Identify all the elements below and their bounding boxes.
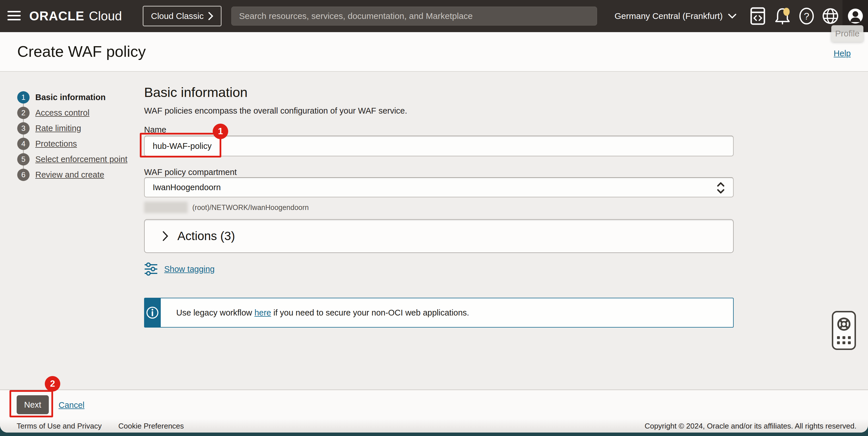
info-banner: Use legacy workflow here if you need to …	[144, 298, 734, 328]
notification-dot	[783, 8, 789, 16]
compartment-select[interactable]: IwanHoogendoorn	[144, 177, 734, 197]
developer-console-icon[interactable]	[749, 0, 766, 32]
copyright-text: Copyright © 2024, Oracle and/or its affi…	[645, 422, 857, 431]
terms-link[interactable]: Terms of Use and Privacy	[17, 422, 102, 431]
stepper-item-select-enforcement-point[interactable]: 5 Select enforcement point	[17, 152, 127, 167]
wizard-action-bar: Next Cancel	[0, 390, 868, 420]
info-icon	[146, 306, 159, 319]
compartment-path: (root)/NETWORK/IwanHoogendoorn	[192, 203, 309, 212]
name-field-label: Name	[144, 125, 166, 135]
logo-cloud-text: Cloud	[89, 9, 122, 23]
notifications-bell-icon[interactable]	[774, 0, 791, 32]
page-title: Create WAF policy	[17, 42, 146, 60]
step-label: Select enforcement point	[35, 155, 127, 164]
stepper-item-basic-information[interactable]: 1 Basic information	[17, 90, 127, 105]
banner-text-after: if you need to secure your non-OCI web a…	[274, 308, 469, 317]
step-label: Protections	[35, 139, 77, 148]
step-label: Rate limiting	[35, 124, 81, 133]
name-input[interactable]	[144, 136, 734, 156]
stepper-item-protections[interactable]: 4 Protections	[17, 136, 127, 152]
section-title: Basic information	[144, 84, 248, 100]
lifebuoy-icon	[836, 317, 851, 332]
tagging-sliders-icon	[144, 262, 158, 276]
compartment-field-label: WAF policy compartment	[144, 168, 237, 177]
cloud-classic-label: Cloud Classic	[151, 11, 204, 21]
cloud-classic-button[interactable]: Cloud Classic	[143, 6, 222, 26]
content-area: 1 Basic information 2 Access control 3 R…	[0, 72, 868, 390]
step-circle: 5	[17, 153, 30, 166]
step-label: Access control	[35, 108, 90, 118]
section-description: WAF policies encompass the overall confi…	[144, 106, 407, 115]
hamburger-menu-icon[interactable]	[7, 11, 21, 21]
actions-accordion-label: Actions (3)	[177, 229, 235, 243]
support-widget-button[interactable]	[832, 311, 856, 350]
avatar-icon	[848, 8, 863, 24]
actions-accordion[interactable]: Actions (3)	[144, 219, 734, 253]
page-footer: Terms of Use and Privacy Cookie Preferen…	[0, 420, 868, 433]
redacted-blur	[144, 202, 188, 213]
page-header: Create WAF policy Help	[0, 32, 868, 72]
region-label: Germany Central (Frankfurt)	[615, 11, 723, 21]
stepper-item-rate-limiting[interactable]: 3 Rate limiting	[17, 121, 127, 136]
topbar: ORACLE Cloud Cloud Classic Germany Centr…	[0, 0, 868, 32]
step-circle: 3	[17, 122, 30, 135]
step-label: Basic information	[35, 93, 105, 102]
step-circle: 6	[17, 169, 30, 181]
profile-tooltip: Profile	[831, 25, 863, 42]
search-input[interactable]	[231, 7, 597, 26]
profile-tooltip-label: Profile	[835, 29, 859, 38]
oracle-cloud-logo[interactable]: ORACLE Cloud	[29, 0, 122, 32]
stepper-item-review-and-create[interactable]: 6 Review and create	[17, 167, 127, 182]
info-banner-body: Use legacy workflow here if you need to …	[161, 298, 734, 328]
info-banner-icon-block	[144, 298, 161, 328]
help-link[interactable]: Help	[834, 49, 851, 58]
chevron-right-icon	[162, 231, 169, 241]
app-window: ORACLE Cloud Cloud Classic Germany Centr…	[0, 0, 868, 433]
chevron-down-icon	[728, 13, 737, 19]
step-circle: 1	[17, 91, 30, 104]
next-button[interactable]: Next	[17, 395, 49, 414]
show-tagging-row: Show tagging	[144, 262, 215, 276]
step-circle: 2	[17, 107, 30, 119]
region-selector[interactable]: Germany Central (Frankfurt)	[615, 0, 737, 32]
compartment-path-row: (root)/NETWORK/IwanHoogendoorn	[144, 201, 309, 213]
chevron-right-icon	[208, 12, 213, 20]
help-question-icon[interactable]: ?	[798, 0, 815, 32]
show-tagging-link[interactable]: Show tagging	[164, 265, 215, 274]
dots-grid-icon	[837, 336, 851, 344]
svg-text:?: ?	[804, 11, 809, 22]
banner-here-link[interactable]: here	[254, 308, 271, 317]
compartment-selected-value: IwanHoogendoorn	[153, 183, 221, 192]
logo-oracle-text: ORACLE	[29, 9, 84, 23]
select-stepper-icon	[716, 181, 725, 195]
cookie-preferences-link[interactable]: Cookie Preferences	[118, 422, 184, 431]
banner-text-before: Use legacy workflow	[176, 308, 252, 317]
step-circle: 4	[17, 138, 30, 150]
step-label: Review and create	[35, 170, 104, 179]
stepper-item-access-control[interactable]: 2 Access control	[17, 105, 127, 121]
cancel-link[interactable]: Cancel	[59, 400, 84, 410]
wizard-stepper: 1 Basic information 2 Access control 3 R…	[17, 90, 127, 182]
